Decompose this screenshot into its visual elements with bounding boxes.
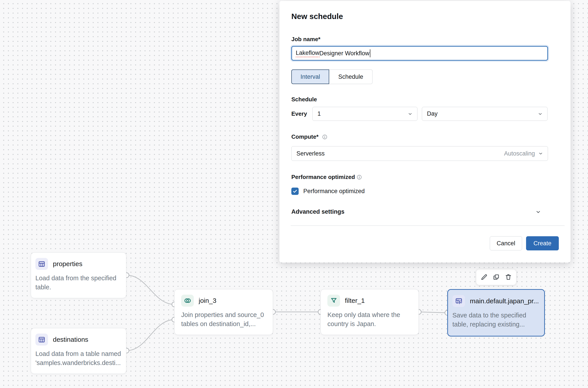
performance-heading-row: Performance optimized — [291, 174, 362, 180]
info-icon[interactable] — [356, 174, 362, 180]
interval-value-select[interactable]: 1 — [312, 107, 417, 121]
toggle-schedule-button[interactable]: Schedule — [329, 70, 372, 84]
performance-checkbox-row: Performance optimized — [291, 188, 365, 195]
interval-unit-select[interactable]: Day — [422, 107, 547, 121]
interval-value: 1 — [318, 110, 321, 117]
table-write-icon — [452, 295, 465, 307]
filter-icon — [327, 295, 340, 307]
node-destinations[interactable]: destinations Load data from a table name… — [31, 328, 126, 374]
info-icon[interactable] — [322, 134, 328, 140]
toggle-interval-button[interactable]: Interval — [291, 70, 329, 84]
create-button[interactable]: Create — [526, 236, 559, 250]
node-header: properties — [35, 258, 121, 270]
table-icon — [35, 258, 48, 270]
node-header: destinations — [35, 334, 121, 345]
node-main-default-japan[interactable]: main.default.japan_pr... Save data to th… — [447, 289, 545, 337]
edge-destinations-to-join — [126, 320, 174, 351]
interval-unit-value: Day — [427, 110, 438, 117]
chevron-down-icon — [535, 209, 541, 215]
advanced-settings-label: Advanced settings — [291, 208, 344, 215]
new-schedule-dialog: New schedule Job name* Lakeflow Designer… — [279, 1, 570, 263]
text-caret — [370, 49, 370, 57]
node-title: filter_1 — [345, 297, 365, 304]
trigger-type-toggle: Interval Schedule — [291, 70, 372, 84]
node-properties[interactable]: properties Load data from the specified … — [31, 252, 126, 298]
performance-checkbox[interactable] — [291, 188, 299, 195]
edge-filter-to-main — [419, 312, 447, 313]
duplicate-copy-icon[interactable] — [492, 273, 501, 282]
node-action-toolbar — [476, 269, 516, 285]
edit-pencil-icon[interactable] — [480, 273, 489, 282]
node-description: Keep only data where the country is Japa… — [327, 310, 414, 329]
compute-value: Serverless — [296, 150, 325, 157]
node-header: main.default.japan_pr... — [452, 295, 539, 307]
advanced-settings-toggle[interactable]: Advanced settings — [291, 208, 541, 215]
job-name-value-misspelled: Lakeflow — [296, 49, 319, 57]
join-icon — [181, 295, 194, 307]
node-title: destinations — [53, 336, 88, 343]
schedule-section-heading: Schedule — [291, 96, 317, 103]
performance-checkbox-label: Performance optimized — [303, 188, 365, 195]
compute-label: Compute* — [291, 133, 318, 140]
table-icon — [35, 334, 48, 345]
footer-divider — [291, 225, 564, 226]
cancel-button[interactable]: Cancel — [490, 236, 522, 250]
job-name-input[interactable]: Lakeflow Designer Workflow — [291, 46, 548, 61]
node-header: filter_1 — [327, 295, 414, 307]
performance-heading: Performance optimized — [291, 174, 355, 180]
every-label: Every — [291, 107, 307, 121]
compute-select[interactable]: Serverless Autoscaling — [291, 146, 548, 161]
delete-trash-icon[interactable] — [504, 273, 513, 282]
node-header: join_3 — [181, 295, 268, 307]
checkmark-icon — [293, 189, 297, 194]
edge-properties-to-join — [126, 275, 174, 304]
node-title: join_3 — [199, 297, 216, 304]
compute-mode-label: Autoscaling — [504, 150, 535, 157]
node-filter-1[interactable]: filter_1 Keep only data where the countr… — [320, 289, 419, 335]
node-title: main.default.japan_pr... — [470, 297, 539, 305]
compute-heading-row: Compute* — [291, 133, 328, 140]
job-name-label: Job name* — [291, 36, 320, 43]
node-description: Load data from the specified table. — [35, 274, 121, 292]
node-title: properties — [53, 260, 82, 268]
chevron-down-icon — [408, 111, 413, 117]
dialog-title: New schedule — [291, 12, 343, 21]
chevron-down-icon — [538, 111, 543, 117]
node-description: Load data from a table named 'samples.wa… — [35, 349, 121, 367]
node-join-3[interactable]: join_3 Join properties and source_0 tabl… — [174, 289, 273, 335]
node-description: Join properties and source_0 tables on d… — [181, 310, 268, 329]
job-name-value-rest: Designer Workflow — [319, 50, 369, 57]
chevron-down-icon — [538, 151, 543, 156]
node-description: Save data to the specified table, replac… — [452, 311, 539, 329]
